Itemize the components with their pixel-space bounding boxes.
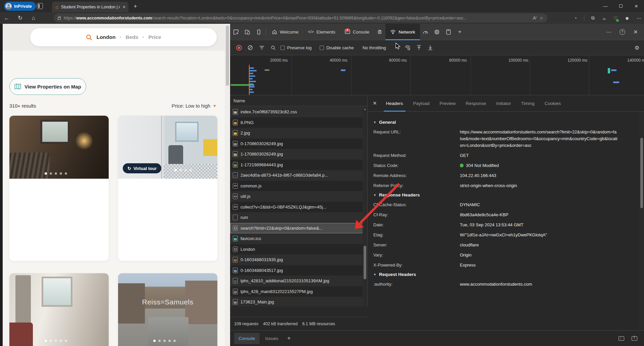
section-collapse-icon[interactable]: ▼ xyxy=(373,273,376,276)
inspector-tab-preview[interactable]: Preview xyxy=(435,95,460,112)
request-list-scrollbar[interactable]: ▲ xyxy=(363,107,367,306)
tab-elements[interactable]: </> Elements xyxy=(303,24,340,40)
inspector-tab-initiator[interactable]: Initiator xyxy=(492,95,515,112)
section-collapse-icon[interactable]: ▼ xyxy=(373,193,376,197)
favorite-star-icon[interactable]: ☆ xyxy=(540,15,543,20)
inspector-scrollbar-thumb[interactable] xyxy=(640,138,643,208)
request-row[interactable]: 0-1708603026249.jpg xyxy=(230,138,363,149)
section-header[interactable]: ▼Request Headers xyxy=(373,272,639,277)
carousel-dot[interactable] xyxy=(163,340,166,342)
scrollbar-up-arrow[interactable]: ▲ xyxy=(364,108,366,111)
inspector-close-icon[interactable]: ✕ xyxy=(373,100,377,106)
tab-network[interactable]: Network xyxy=(385,24,420,40)
disable-cache-label[interactable]: Disable cache xyxy=(326,45,354,50)
inspector-tab-response[interactable]: Response xyxy=(461,95,490,112)
inspect-element-icon[interactable] xyxy=(230,26,241,38)
tab-close-icon[interactable]: ✕ xyxy=(122,5,126,9)
carousel-dot[interactable] xyxy=(65,172,67,175)
browser-menu-icon[interactable]: ⋯ xyxy=(637,15,641,21)
inspector-tab-timing[interactable]: Timing xyxy=(517,95,539,112)
url-bar[interactable]: https://www.accommodationforstudents.com… xyxy=(54,13,547,22)
request-row[interactable]: 0-1603488043517.jpg xyxy=(230,265,363,276)
request-row[interactable]: <>util.js xyxy=(230,191,363,202)
open-panel-icon[interactable] xyxy=(632,336,637,341)
tab-welcome[interactable]: Welcome xyxy=(267,24,303,40)
carousel-dot[interactable] xyxy=(173,340,176,342)
inspector-tab-headers[interactable]: Headers xyxy=(382,95,408,112)
network-overview-timeline[interactable]: 20000 ms40000 ms60000 ms80000 ms100000 m… xyxy=(230,55,644,95)
minimize-button[interactable]: — xyxy=(598,0,613,12)
search-price[interactable]: Price xyxy=(148,34,161,40)
request-row[interactable]: <>common.js xyxy=(230,181,363,191)
search-bar[interactable]: London Beds Price xyxy=(30,28,217,46)
maximize-button[interactable] xyxy=(613,0,629,12)
bug-icon[interactable] xyxy=(374,26,385,38)
request-row[interactable]: lphs_42810_additional2152023105139AM.jpg xyxy=(230,276,363,286)
import-har-icon[interactable] xyxy=(426,45,434,50)
network-conditions-icon[interactable] xyxy=(404,45,412,50)
wallet-icon[interactable]: ♡ xyxy=(613,15,618,21)
view-map-button[interactable]: View Properties on Map xyxy=(9,78,86,95)
carousel-dots[interactable] xyxy=(153,340,176,342)
name-column-header[interactable]: Name xyxy=(230,95,368,106)
browser-tab[interactable]: ⌂ Student Properties in London | A... ✕ xyxy=(52,2,128,12)
drawer-tab-console[interactable]: Console xyxy=(234,333,260,344)
section-header[interactable]: ▼Response Headers xyxy=(373,192,639,197)
carousel-dot[interactable] xyxy=(45,172,47,175)
request-row[interactable]: {;}London xyxy=(230,244,363,255)
carousel-dot[interactable] xyxy=(153,340,156,342)
property-photo[interactable]: ↻ Virtual tour xyxy=(118,116,217,179)
request-row[interactable]: 1-1721989684443.jpg xyxy=(230,160,363,170)
devtools-close-icon[interactable]: ✕ xyxy=(630,26,641,38)
carousel-dot[interactable] xyxy=(55,340,57,342)
help-icon[interactable]: ? xyxy=(616,26,628,38)
refresh-button[interactable]: ↻ xyxy=(13,14,27,21)
preserve-log-label[interactable]: Preserve log xyxy=(287,45,312,50)
split-screen-icon[interactable]: ⧉ xyxy=(591,15,595,21)
property-card[interactable]: House 4 1 4 bedroom house Braybrook Stre… xyxy=(9,116,109,261)
carousel-dot[interactable] xyxy=(184,169,187,171)
drawer-tab-issues[interactable]: Issues xyxy=(261,333,283,344)
device-emulation-icon[interactable] xyxy=(241,26,253,38)
search-network-icon[interactable] xyxy=(269,45,277,50)
throttling-dropdown[interactable]: No throttling xyxy=(363,45,386,50)
property-photo[interactable] xyxy=(9,116,109,179)
export-har-icon[interactable] xyxy=(415,45,423,50)
carousel-dot[interactable] xyxy=(50,172,52,175)
property-card[interactable] xyxy=(9,273,109,346)
carousel-dot[interactable] xyxy=(60,340,62,342)
carousel-dot[interactable] xyxy=(179,169,182,171)
collections-icon[interactable]: ⭟ xyxy=(602,15,606,21)
drawer-add-tab-icon[interactable]: + xyxy=(287,335,291,342)
request-row[interactable]: favicon.ico xyxy=(230,233,363,244)
carousel-dot[interactable] xyxy=(158,340,161,342)
section-header[interactable]: ▼General xyxy=(373,120,639,125)
carousel-dot[interactable] xyxy=(45,340,47,342)
add-panel-icon[interactable]: + xyxy=(454,26,466,38)
inprivate-badge[interactable]: InPrivate xyxy=(4,2,36,11)
focus-mode-icon[interactable] xyxy=(253,26,264,38)
inspector-scrollbar[interactable] xyxy=(639,112,644,330)
property-photo[interactable] xyxy=(9,273,109,346)
virtual-tour-badge[interactable]: ↻ Virtual tour xyxy=(123,163,161,173)
property-card[interactable]: ↻ Virtual tour Hall Optivo Students Wood… xyxy=(118,116,217,261)
inspector-tab-cookies[interactable]: Cookies xyxy=(540,95,566,112)
site-scrollbar[interactable] xyxy=(225,24,230,346)
copilot-icon[interactable]: ◔ xyxy=(574,15,577,21)
request-row[interactable]: 173623_Main.jpg xyxy=(230,297,363,306)
carousel-dot[interactable] xyxy=(65,340,67,342)
request-row[interactable]: 2.jpg xyxy=(230,128,363,138)
carousel-dot[interactable] xyxy=(55,172,57,175)
drawer-layout-icon[interactable] xyxy=(619,336,624,341)
property-photo[interactable]: Reiss=Samuels xyxy=(118,273,217,346)
carousel-dot[interactable] xyxy=(190,169,192,171)
read-aloud-icon[interactable]: A) xyxy=(533,15,537,20)
search-beds[interactable]: Beds xyxy=(125,34,138,40)
performance-icon[interactable] xyxy=(420,26,431,38)
property-card[interactable]: Reiss=Samuels xyxy=(118,273,217,346)
carousel-dots[interactable] xyxy=(45,340,67,342)
request-row[interactable]: {;}search?limit=22&skip=0&random=false&.… xyxy=(230,223,363,234)
record-network-button[interactable] xyxy=(235,45,243,51)
request-row[interactable]: <>collect?v=2&tid=G-0BF4SZKLQJ&gtm=45j..… xyxy=(230,202,363,213)
lock-icon[interactable] xyxy=(58,17,61,20)
